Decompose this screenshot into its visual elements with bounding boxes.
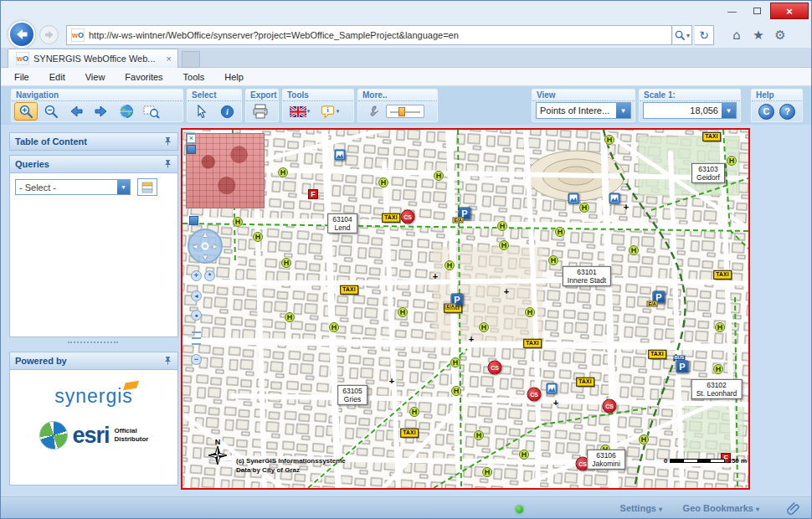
- transit-stop-marker[interactable]: H: [474, 430, 484, 440]
- transit-stop-marker[interactable]: H: [579, 203, 589, 213]
- menu-tools[interactable]: Tools: [173, 69, 215, 85]
- pan-right-icon[interactable]: ►: [212, 243, 218, 250]
- transit-stop-marker[interactable]: H: [450, 357, 460, 367]
- transit-stop-marker[interactable]: H: [519, 450, 529, 460]
- taxi-stand-marker[interactable]: TAXI: [523, 339, 542, 348]
- queries-panel-header[interactable]: Queries: [9, 155, 178, 173]
- scale-combo[interactable]: 18,056 ▼: [643, 102, 737, 119]
- transit-stop-marker[interactable]: H: [713, 364, 723, 374]
- photo-marker[interactable]: [568, 193, 579, 204]
- taxi-stand-marker[interactable]: TAXI: [713, 270, 732, 280]
- view-dropdown[interactable]: Points of Intere... ▼: [536, 102, 631, 119]
- transit-stop-marker[interactable]: H: [639, 434, 649, 444]
- address-bar[interactable]: wO http://w-ws-wintner/WebOffice/synserv…: [66, 25, 672, 45]
- transit-stop-marker[interactable]: H: [285, 312, 295, 322]
- help-button[interactable]: ?: [779, 104, 795, 120]
- transit-stop-marker[interactable]: H: [479, 322, 489, 332]
- photo-marker[interactable]: [547, 383, 558, 394]
- query-result-button[interactable]: [137, 178, 157, 196]
- transit-stop-marker[interactable]: H: [497, 221, 507, 231]
- menu-favorites[interactable]: Favorites: [115, 69, 172, 85]
- language-tool[interactable]: ▾: [285, 102, 314, 121]
- query-select-arrow-icon[interactable]: ▼: [117, 180, 130, 194]
- zoom-slider[interactable]: [191, 327, 202, 345]
- slider-left-button[interactable]: ◄: [191, 290, 202, 301]
- settings-button[interactable]: ⚙: [771, 26, 789, 44]
- transit-stop-marker[interactable]: H: [409, 407, 419, 417]
- scale-dropdown-arrow-icon[interactable]: ▼: [722, 103, 736, 118]
- pan-down-icon[interactable]: ▼: [202, 254, 208, 261]
- minimize-button[interactable]: —: [720, 3, 744, 19]
- transit-stop-marker[interactable]: H: [278, 167, 288, 177]
- transit-stop-marker[interactable]: H: [451, 386, 461, 396]
- close-button[interactable]: ×: [770, 3, 809, 19]
- photo-marker[interactable]: [335, 150, 346, 161]
- transit-stop-marker[interactable]: H: [482, 467, 492, 477]
- transit-stop-marker[interactable]: H: [281, 258, 291, 268]
- taxi-stand-marker[interactable]: TAXI: [400, 429, 419, 438]
- transit-stop-marker[interactable]: H: [555, 227, 565, 237]
- parking-marker[interactable]: PBUS: [676, 361, 689, 373]
- transit-stop-marker[interactable]: H: [629, 245, 639, 255]
- overview-toggle-icon[interactable]: [187, 145, 196, 154]
- zoom-in-tool[interactable]: [14, 102, 38, 121]
- transit-stop-marker[interactable]: H: [233, 217, 243, 227]
- map-canvas[interactable]: HHHHHHHHHHHHHHHHHHHHHHHHHHHHHHTAXITAXITA…: [182, 130, 748, 488]
- transit-stop-marker[interactable]: H: [525, 307, 535, 317]
- transit-stop-marker[interactable]: H: [378, 177, 388, 188]
- transit-stop-marker[interactable]: H: [604, 135, 614, 145]
- tab-close-icon[interactable]: ×: [164, 54, 174, 64]
- cs-station-marker[interactable]: CS: [401, 210, 415, 224]
- cs-station-marker[interactable]: CS: [603, 399, 617, 414]
- context-help-button[interactable]: C: [758, 104, 774, 120]
- zoom-window-tool[interactable]: [140, 102, 163, 121]
- browser-back-button[interactable]: [8, 21, 35, 48]
- photo-marker[interactable]: [609, 193, 620, 204]
- browser-tab[interactable]: wO SYNERGIS WebOffice Web... ×: [8, 49, 178, 68]
- transit-stop-marker[interactable]: H: [499, 240, 509, 250]
- refresh-button[interactable]: ↻: [694, 25, 714, 45]
- transit-stop-marker[interactable]: H: [715, 322, 725, 332]
- previous-extent-tool[interactable]: [64, 102, 88, 121]
- identify-tool[interactable]: i: [215, 102, 239, 121]
- taxi-stand-marker[interactable]: TAXI: [382, 213, 400, 223]
- pin-icon[interactable]: [163, 356, 172, 367]
- pin-icon[interactable]: [163, 159, 172, 170]
- transit-stop-marker[interactable]: H: [727, 156, 737, 166]
- parking-marker[interactable]: PE/A: [653, 291, 666, 304]
- taxi-stand-marker[interactable]: TAXI: [702, 132, 721, 141]
- parking-marker[interactable]: PE/A: [451, 294, 464, 306]
- zoom-out-tool[interactable]: [39, 102, 63, 121]
- menu-file[interactable]: File: [4, 69, 39, 85]
- transit-stop-marker[interactable]: H: [253, 232, 263, 242]
- toc-panel-header[interactable]: Table of Content: [9, 132, 178, 151]
- slider-thumb[interactable]: [398, 107, 405, 116]
- query-select-dropdown[interactable]: - Select - ▼: [15, 179, 131, 195]
- pan-widget-toggle-icon[interactable]: [189, 216, 198, 225]
- browser-forward-button[interactable]: [39, 25, 59, 44]
- zoom-out-button[interactable]: −: [191, 354, 202, 365]
- maptip-tool[interactable]: i ▾: [316, 102, 344, 121]
- overview-map[interactable]: [186, 133, 265, 208]
- cs-station-marker[interactable]: CS: [488, 361, 502, 375]
- print-tool[interactable]: [249, 102, 272, 121]
- zoom-extent-button[interactable]: *: [204, 270, 215, 281]
- select-tool[interactable]: [190, 102, 213, 121]
- slider-dot-button[interactable]: ●: [191, 310, 202, 321]
- f-poi-marker[interactable]: F: [308, 189, 318, 199]
- pin-icon[interactable]: [163, 136, 172, 147]
- geo-bookmarks-menu[interactable]: Geo Bookmarks▾: [683, 503, 759, 513]
- menu-edit[interactable]: Edit: [39, 69, 75, 85]
- cs-station-marker[interactable]: CS: [527, 388, 542, 402]
- pan-control[interactable]: ▲ ▼ ◄ ►: [188, 229, 223, 264]
- search-button[interactable]: ▾: [672, 25, 692, 45]
- parking-marker[interactable]: PE/A: [459, 208, 471, 220]
- home-button[interactable]: ⌂: [727, 26, 746, 44]
- taxi-stand-marker[interactable]: TAXI: [340, 285, 358, 295]
- pan-center-icon[interactable]: [202, 243, 209, 250]
- view-dropdown-arrow-icon[interactable]: ▼: [616, 103, 630, 118]
- favorites-button[interactable]: ★: [749, 26, 768, 44]
- attachment-button[interactable]: [787, 501, 801, 519]
- transit-stop-marker[interactable]: H: [434, 171, 444, 181]
- zoom-in-button[interactable]: +: [191, 270, 202, 281]
